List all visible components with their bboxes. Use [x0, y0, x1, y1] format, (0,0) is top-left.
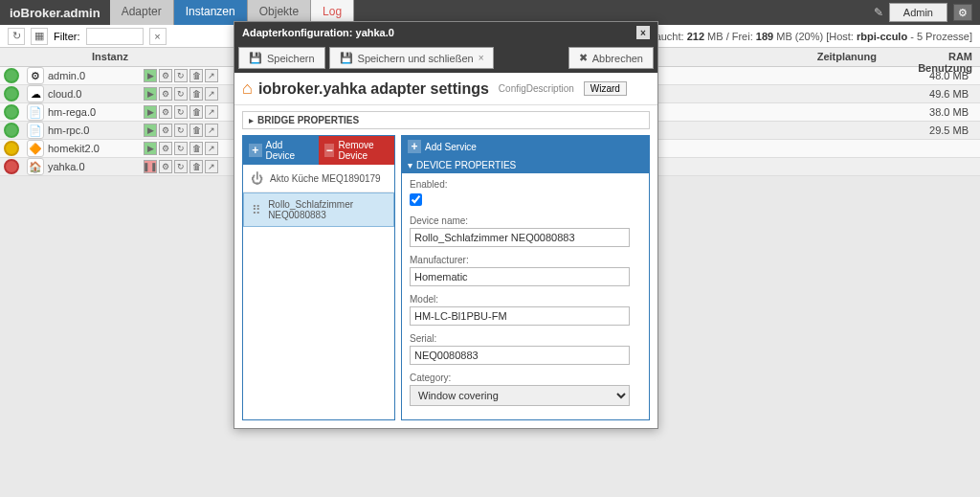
cancel-button[interactable]: ✖Abbrechen [568, 47, 654, 69]
reload-button[interactable]: ↻ [174, 69, 188, 82]
ram-value: 29.5 MB [894, 124, 980, 136]
adapter-icon: 📄 [27, 122, 44, 139]
ram-value: 38.0 MB [894, 106, 980, 118]
settings-header: ⌂ iobroker.yahka adapter settings Config… [234, 73, 657, 105]
device-properties-bar[interactable]: ▾ DEVICE PROPERTIES [402, 157, 649, 173]
delete-button[interactable]: 🗑 [189, 160, 203, 173]
toggle-button[interactable]: ▶ [144, 142, 157, 155]
clear-filter-icon[interactable]: × [149, 28, 167, 45]
toggle-button[interactable]: ▶ [144, 87, 157, 101]
tab-adapter[interactable]: Adapter [110, 0, 174, 25]
devicename-label: Device name: [410, 215, 641, 226]
link-button[interactable]: ↗ [205, 142, 218, 155]
device-icon: ⠿ [250, 202, 262, 217]
instance-name: hm-rpc.0 [48, 124, 144, 136]
chevron-right-icon: ▸ [249, 115, 254, 125]
config-button[interactable]: ⚙ [159, 124, 172, 137]
settings-button[interactable]: ⚙ [953, 4, 972, 21]
add-service-button[interactable]: +Add Service [402, 136, 649, 157]
reload-button[interactable]: ↻ [174, 142, 188, 155]
wizard-button[interactable]: Wizard [584, 81, 627, 96]
config-description: ConfigDescription [499, 83, 574, 94]
add-device-button[interactable]: +Add Device [243, 136, 319, 165]
grid-icon[interactable]: ▦ [31, 28, 48, 45]
config-button[interactable]: ⚙ [159, 69, 172, 82]
devicename-field[interactable] [410, 228, 630, 247]
config-button[interactable]: ⚙ [159, 87, 172, 101]
state-icon [4, 86, 19, 102]
device-icon: ⏻ [249, 170, 264, 186]
reload-button[interactable]: ↻ [174, 105, 188, 119]
adapter-icon: 🏠 [27, 158, 44, 175]
dialog-toolbar: 💾Speichern 💾Speichern und schließen× ✖Ab… [234, 43, 657, 73]
adapter-icon: 📄 [27, 103, 44, 121]
state-icon [4, 123, 19, 138]
refresh-icon[interactable]: ↻ [8, 28, 25, 45]
settings-heading: iobroker.yahka adapter settings [258, 80, 489, 98]
config-button[interactable]: ⚙ [159, 105, 172, 119]
state-icon [4, 104, 19, 120]
model-label: Model: [410, 294, 641, 305]
delete-button[interactable]: 🗑 [189, 142, 203, 155]
model-field[interactable] [410, 306, 630, 326]
close-icon[interactable]: × [636, 26, 650, 39]
chevron-down-icon: ▾ [408, 160, 412, 170]
category-select[interactable]: Window covering [410, 385, 630, 406]
remove-device-button[interactable]: −Remove Device [319, 136, 394, 165]
manufacturer-field[interactable] [410, 267, 630, 286]
delete-button[interactable]: 🗑 [189, 87, 203, 101]
dialog-title: Adapterkonfiguration: yahka.0 [242, 27, 394, 38]
toggle-button[interactable]: ▶ [144, 105, 157, 119]
enabled-checkbox[interactable] [410, 193, 422, 206]
delete-button[interactable]: 🗑 [189, 69, 203, 82]
manufacturer-label: Manufacturer: [410, 255, 641, 265]
col-ram: RAM Benutzung [884, 48, 980, 66]
device-properties-form: Enabled: Device name: Manufacturer: Mode… [402, 173, 649, 419]
service-panel: +Add Service ▾ DEVICE PROPERTIES Enabled… [401, 135, 650, 420]
link-button[interactable]: ↗ [205, 124, 218, 137]
filter-input[interactable] [86, 28, 144, 45]
config-dialog: Adapterkonfiguration: yahka.0 × 💾Speiche… [234, 21, 658, 429]
instance-name: homekit2.0 [48, 143, 144, 154]
delete-button[interactable]: 🗑 [189, 105, 203, 119]
link-button[interactable]: ↗ [205, 160, 218, 173]
device-label: Rollo_Schlafzimmer NEQ0080883 [268, 199, 388, 220]
reload-button[interactable]: ↻ [174, 87, 188, 101]
toggle-button[interactable]: ▶ [144, 69, 157, 82]
state-icon [4, 159, 19, 174]
serial-field[interactable] [410, 346, 630, 365]
link-button[interactable]: ↗ [205, 87, 218, 101]
device-panel: +Add Device −Remove Device ⏻Akto Küche M… [242, 135, 395, 420]
brand: ioBroker.admin [0, 6, 110, 20]
instance-name: yahka.0 [48, 161, 144, 172]
instance-name: admin.0 [48, 70, 144, 81]
device-label: Akto Küche MEQ1890179 [270, 173, 381, 184]
reload-button[interactable]: ↻ [174, 124, 188, 137]
config-button[interactable]: ⚙ [159, 160, 172, 173]
col-instanz: Instanz [0, 48, 220, 66]
link-button[interactable]: ↗ [205, 69, 218, 82]
dialog-titlebar[interactable]: Adapterkonfiguration: yahka.0 × [234, 22, 657, 43]
reload-button[interactable]: ↻ [174, 160, 188, 173]
link-button[interactable]: ↗ [205, 105, 218, 119]
serial-label: Serial: [410, 333, 641, 344]
toggle-button[interactable]: ❚❚ [144, 160, 157, 173]
house-icon: ⌂ [242, 79, 253, 99]
config-button[interactable]: ⚙ [159, 142, 172, 155]
col-zeit: Zeitplanung [789, 48, 884, 66]
admin-button[interactable]: Admin [889, 3, 947, 22]
save-button[interactable]: 💾Speichern [238, 47, 325, 69]
instance-name: cloud.0 [48, 88, 144, 100]
ram-value: 48.0 MB [894, 70, 980, 81]
bridge-properties-accordion[interactable]: ▸ BRIDGE PROPERTIES [242, 111, 650, 129]
edit-icon[interactable] [874, 6, 883, 19]
save-close-button[interactable]: 💾Speichern und schließen× [329, 47, 495, 69]
device-item[interactable]: ⏻Akto Küche MEQ1890179 [243, 165, 394, 192]
adapter-icon: 🔶 [27, 140, 44, 157]
device-item[interactable]: ⠿Rollo_Schlafzimmer NEQ0080883 [243, 192, 394, 227]
delete-button[interactable]: 🗑 [189, 124, 203, 137]
adapter-icon: ☁ [27, 85, 44, 102]
toggle-button[interactable]: ▶ [144, 124, 157, 137]
adapter-icon: ⚙ [27, 67, 44, 84]
device-list: ⏻Akto Küche MEQ1890179⠿Rollo_Schlafzimme… [243, 165, 394, 227]
